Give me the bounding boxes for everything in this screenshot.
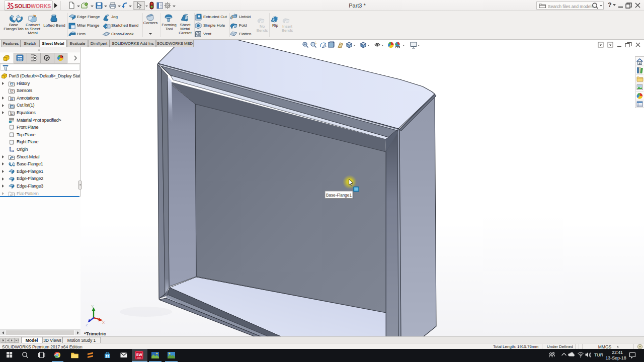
svg-text:2017: 2017 <box>137 357 141 359</box>
svg-text:22:41: 22:41 <box>612 350 623 355</box>
svg-text:SOLIDWORKS: SOLIDWORKS <box>15 3 51 9</box>
svg-text:SW: SW <box>136 352 142 357</box>
svg-text:Base-Flange1: Base-Flange1 <box>326 193 352 198</box>
svg-text:Z: Z <box>86 323 88 327</box>
svg-text:Y: Y <box>91 304 94 309</box>
svg-text:X: X <box>102 320 105 325</box>
svg-text:TUR: TUR <box>594 352 603 357</box>
svg-text:Σ: Σ <box>11 112 13 115</box>
svg-text:13-Sep-18: 13-Sep-18 <box>605 355 626 360</box>
